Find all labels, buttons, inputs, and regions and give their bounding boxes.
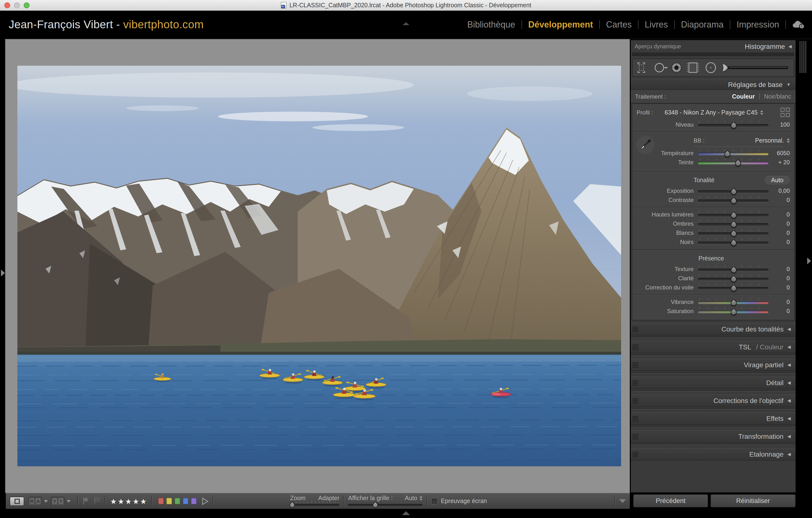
profile-value[interactable]: 6348 - Nikon Z Any - Paysage C45 [665,109,758,116]
tone-auto-button[interactable]: Auto [765,176,790,185]
soft-proof-checkbox[interactable] [431,498,438,504]
module-livres[interactable]: Livres [638,20,674,30]
photo-kayakers-svalbard[interactable] [18,66,621,466]
slider-thumb[interactable] [730,284,738,292]
color-label-chip[interactable] [191,498,197,505]
panel-header-calibration[interactable]: Etalonnage ◀ [631,448,795,460]
slider-thumb[interactable] [730,220,738,228]
minimize-button[interactable] [14,2,20,8]
zoom-label[interactable]: Zoom [290,494,306,501]
sync-status-cloud-icon[interactable]: ! [786,20,805,29]
slider-thumb[interactable] [730,211,738,219]
star-icon[interactable]: ★ [140,497,147,505]
slider-track[interactable] [698,121,768,129]
module-impression[interactable]: Impression [730,20,785,30]
wb-value[interactable]: Personnal. [755,137,784,144]
panel-header-detail[interactable]: Détail ◀ [631,376,795,389]
grid-slider[interactable] [348,502,423,508]
panel-header-split-toning[interactable]: Virage partiel ◀ [631,359,795,371]
slider-thumb[interactable] [730,266,738,274]
star-icon[interactable]: ★ [118,497,124,505]
grid-mode-value[interactable]: Auto [405,494,417,501]
color-label-chip[interactable] [158,498,164,505]
slider-value[interactable]: 0 [768,266,790,273]
slider-value[interactable]: 0 [768,299,790,305]
slider-thumb[interactable] [730,121,738,129]
panel-toggle[interactable] [633,416,638,421]
slider-value[interactable]: 0 [768,284,790,291]
slider-thumb[interactable] [723,150,731,158]
basic-panel-header[interactable]: Réglages de base ▼ [631,79,795,90]
caret-down-icon[interactable] [67,500,70,502]
panel-toggle[interactable] [633,344,638,349]
slider-value[interactable]: 6050 [768,150,790,157]
star-icon[interactable]: ★ [110,497,117,505]
color-label-chip[interactable] [175,498,180,505]
module-cartes[interactable]: Cartes [600,20,638,30]
wb-select-carets-icon[interactable] [787,138,790,143]
panel-toggle[interactable] [633,452,638,457]
slider-track[interactable] [698,229,768,237]
slider-value[interactable]: 0 [768,230,790,236]
slider-thumb[interactable] [730,239,738,247]
toolbar-options-caret-icon[interactable] [619,499,626,503]
zoom-window-button[interactable] [24,2,29,8]
before-after-view-button[interactable]: RA [28,496,42,506]
grid-mode-carets-icon[interactable] [420,495,423,500]
slider-value[interactable]: 0,00 [768,187,790,194]
color-label-chip[interactable] [167,498,172,505]
slider-thumb[interactable] [730,308,738,316]
slider-track[interactable] [698,274,768,282]
module-bibliotheque[interactable]: Bibliothèque [461,20,522,30]
panel-header-effects[interactable]: Effets ◀ [631,412,795,425]
slider-track[interactable] [698,196,768,204]
panel-scrollbar-grip[interactable] [800,41,807,73]
flag-reject-icon[interactable] [93,497,100,505]
grid-slider-thumb[interactable] [372,501,379,509]
previous-button[interactable]: Précédent [633,494,708,507]
profile-select-carets-icon[interactable] [760,110,763,115]
slider-track[interactable] [698,307,768,315]
slider-track[interactable] [698,238,768,246]
panel-toggle[interactable] [633,434,638,439]
slider-value[interactable]: 0 [768,275,790,282]
panel-header-hsl-color[interactable]: TSL / Couleur ◀ [631,341,795,353]
flag-pick-icon[interactable] [82,497,89,505]
slider-thumb[interactable] [730,275,738,283]
reset-button[interactable]: Réinitialiser [710,494,795,507]
slider-track[interactable] [698,210,768,219]
color-label-chip[interactable] [183,498,189,505]
slider-track[interactable] [698,283,768,292]
split-view-button[interactable]: YY [51,496,65,506]
panel-header-tone-curve[interactable]: Courbe des tonalités ◀ [631,323,795,335]
slider-thumb[interactable] [730,230,738,238]
fit-label[interactable]: Adapter [318,494,340,501]
slider-value[interactable]: 100 [768,121,790,128]
histogram-panel-header[interactable]: Histogramme ◀ [745,42,792,50]
slider-thumb[interactable] [730,197,738,205]
star-icon[interactable]: ★ [133,497,139,505]
panel-toggle[interactable] [633,327,638,332]
panel-header-transform[interactable]: Transformation ◀ [631,430,795,443]
profile-browser-icon[interactable] [781,108,790,117]
loupe-view-button[interactable] [10,496,24,506]
slider-value[interactable]: 0 [768,220,790,227]
star-icon[interactable]: ★ [125,497,132,505]
filmstrip-reveal-arrow-icon[interactable] [402,511,410,515]
slider-value[interactable]: 0 [768,211,790,218]
slider-track[interactable] [698,265,768,273]
soft-proof-label[interactable]: Epreuvage écran [441,498,487,505]
treatment-bw-option[interactable]: Noir/blanc [764,93,791,100]
left-panel-reveal-arrow-icon[interactable] [1,270,5,276]
white-balance-eyedropper-icon[interactable] [636,136,655,154]
module-diaporama[interactable]: Diaporama [675,20,730,30]
panel-toggle[interactable] [633,380,638,385]
module-developpement[interactable]: Développement [522,20,599,30]
panel-header-lens-corrections[interactable]: Corrections de l'objectif ◀ [631,394,795,407]
slider-thumb[interactable] [734,159,742,167]
treatment-color-option[interactable]: Couleur [732,93,755,100]
slider-track[interactable] [698,220,768,228]
slider-value[interactable]: 0 [768,239,790,245]
slider-thumb[interactable] [730,299,738,307]
right-panel-collapse-arrow-icon[interactable] [807,257,811,264]
